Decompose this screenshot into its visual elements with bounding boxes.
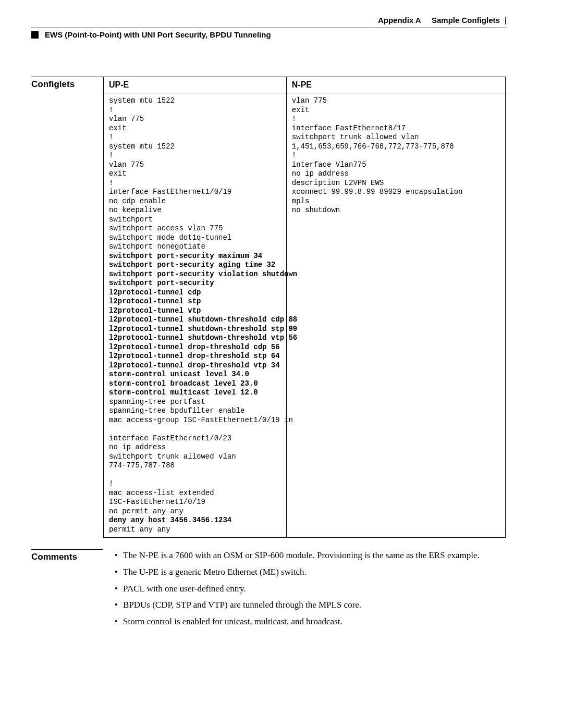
header-appendix: Appendix A Sample Configlets	[31, 16, 506, 24]
config-line: vlan 775	[109, 161, 281, 170]
section-label-col: Configlets	[31, 77, 103, 538]
header-row-top: Appendix A Sample Configlets	[31, 16, 506, 24]
col-header-npe: N-PE	[286, 77, 505, 93]
config-line: xconnect 99.99.8.99 89029 encapsulation	[292, 188, 500, 197]
config-line: no shutdown	[292, 206, 500, 215]
config-line: permit any any	[109, 525, 281, 535]
appendix-label: Appendix A	[378, 16, 421, 24]
config-line: !	[292, 115, 500, 124]
config-line: 774-775,787-788	[109, 461, 281, 471]
bullet-icon: •	[115, 583, 123, 595]
config-line: mac access-list extended	[109, 489, 281, 498]
config-line: no ip address	[109, 443, 281, 452]
config-line: switchport trunk allowed vlan	[292, 133, 500, 142]
document-page: Appendix A Sample Configlets EWS (Point-…	[0, 0, 563, 728]
config-line: l2protocol-tunnel shutdown-threshold vtp…	[109, 334, 281, 343]
config-line: l2protocol-tunnel cdp	[109, 288, 281, 298]
config-line: l2protocol-tunnel drop-threshold cdp 56	[109, 343, 281, 352]
config-line: !	[109, 151, 281, 161]
config-line: exit	[292, 106, 500, 115]
config-line: no ip address	[292, 169, 500, 179]
comment-text: The N-PE is a 7600 with an OSM or SIP-60…	[123, 549, 480, 562]
comment-item: •Storm control is enabled for unicast, m…	[115, 615, 506, 628]
config-line: l2protocol-tunnel shutdown-threshold cdp…	[109, 315, 281, 325]
comment-text: PACL with one user-defined entry.	[123, 583, 246, 595]
config-line: storm-control unicast level 34.0	[109, 370, 281, 379]
config-line: description L2VPN EWS	[292, 179, 500, 188]
config-line: no cdp enable	[109, 197, 281, 206]
config-line: vlan 775	[292, 96, 500, 106]
config-line: switchport	[109, 215, 281, 225]
config-line: system mtu 1522	[109, 142, 281, 152]
npe-config-cell: vlan 775exit!interface FastEthernet8/17s…	[286, 93, 505, 538]
config-line: switchport port-security violation shutd…	[109, 270, 281, 279]
config-line: spanning-tree portfast	[109, 398, 281, 407]
comment-item: •PACL with one user-defined entry.	[115, 583, 506, 595]
config-line: switchport port-security aging time 32	[109, 261, 281, 270]
header-rule	[31, 28, 506, 28]
config-line: switchport nonegotiate	[109, 242, 281, 252]
table-header-row: UP-E N-PE	[104, 77, 506, 93]
config-line: switchport port-security	[109, 279, 281, 288]
config-line: switchport access vlan 775	[109, 224, 281, 233]
config-line: l2protocol-tunnel stp	[109, 297, 281, 306]
config-line: switchport mode dot1q-tunnel	[109, 233, 281, 243]
config-line: no permit any any	[109, 507, 281, 516]
config-line: l2protocol-tunnel vtp	[109, 306, 281, 316]
config-line: interface FastEthernet1/0/19	[109, 188, 281, 197]
config-line	[109, 425, 281, 434]
bullet-icon: •	[115, 599, 123, 611]
config-line: system mtu 1522	[109, 96, 281, 106]
bullet-icon: •	[115, 549, 123, 562]
page-title: EWS (Point-to-Point) with UNI Port Secur…	[45, 30, 271, 39]
config-line: exit	[109, 124, 281, 133]
config-line: mac access-group ISC-FastEthernet1/0/19 …	[109, 416, 281, 425]
config-line: !	[109, 133, 281, 142]
comment-item: •The N-PE is a 7600 with an OSM or SIP-6…	[115, 549, 506, 562]
config-line: l2protocol-tunnel drop-threshold stp 64	[109, 352, 281, 361]
comment-item: •The U-PE is a generic Metro Ethernet (M…	[115, 566, 506, 578]
config-line: storm-control broadcast level 23.0	[109, 379, 281, 389]
config-line: exit	[109, 169, 281, 179]
header-row-title: EWS (Point-to-Point) with UNI Port Secur…	[31, 30, 506, 39]
config-line: 1,451,653,659,766-768,772,773-775,878	[292, 142, 500, 152]
configlets-section: Configlets UP-E N-PE system mtu 1522!vla…	[31, 77, 506, 538]
config-line: interface FastEthernet8/17	[292, 124, 500, 133]
config-line	[109, 471, 281, 480]
comments-body: •The N-PE is a 7600 with an OSM or SIP-6…	[103, 549, 506, 632]
header-square-icon	[31, 31, 39, 39]
config-line: !	[109, 179, 281, 188]
config-line: interface FastEthernet1/0/23	[109, 434, 281, 443]
config-line: switchport port-security maximum 34	[109, 252, 281, 261]
config-line: l2protocol-tunnel shutdown-threshold stp…	[109, 325, 281, 334]
config-line: !	[292, 151, 500, 161]
section-label-col: Comments	[31, 549, 103, 632]
chapter-label: Sample Configlets	[432, 16, 500, 24]
bullet-icon: •	[115, 615, 123, 628]
configlets-label: Configlets	[31, 77, 103, 90]
config-line: ISC-FastEthernet1/0/19	[109, 498, 281, 507]
config-line: switchport trunk allowed vlan	[109, 452, 281, 462]
comment-item: •BPDUs (CDP, STP and VTP) are tunneled t…	[115, 599, 506, 611]
col-header-upe: UP-E	[104, 77, 287, 93]
header-vline	[505, 17, 506, 24]
table-body-row: system mtu 1522!vlan 775exit!system mtu …	[104, 93, 506, 538]
config-line: deny any host 3456.3456.1234	[109, 516, 281, 525]
comments-section: Comments •The N-PE is a 7600 with an OSM…	[31, 549, 506, 632]
comment-text: BPDUs (CDP, STP and VTP) are tunneled th…	[123, 599, 361, 611]
config-line: l2protocol-tunnel drop-threshold vtp 34	[109, 361, 281, 371]
upe-config-cell: system mtu 1522!vlan 775exit!system mtu …	[104, 93, 287, 538]
comments-label: Comments	[31, 549, 103, 562]
config-line: spanning-tree bpdufilter enable	[109, 406, 281, 416]
config-line: vlan 775	[109, 115, 281, 124]
config-table: UP-E N-PE system mtu 1522!vlan 775exit!s…	[103, 77, 506, 538]
config-line: mpls	[292, 197, 500, 206]
comment-text: The U-PE is a generic Metro Ethernet (ME…	[123, 566, 307, 578]
config-line: no keepalive	[109, 206, 281, 215]
config-line: storm-control multicast level 12.0	[109, 388, 281, 398]
config-line: !	[109, 479, 281, 489]
config-line: !	[109, 106, 281, 115]
comment-text: Storm control is enabled for unicast, mu…	[123, 615, 342, 628]
config-line: interface Vlan775	[292, 161, 500, 170]
bullet-icon: •	[115, 566, 123, 578]
